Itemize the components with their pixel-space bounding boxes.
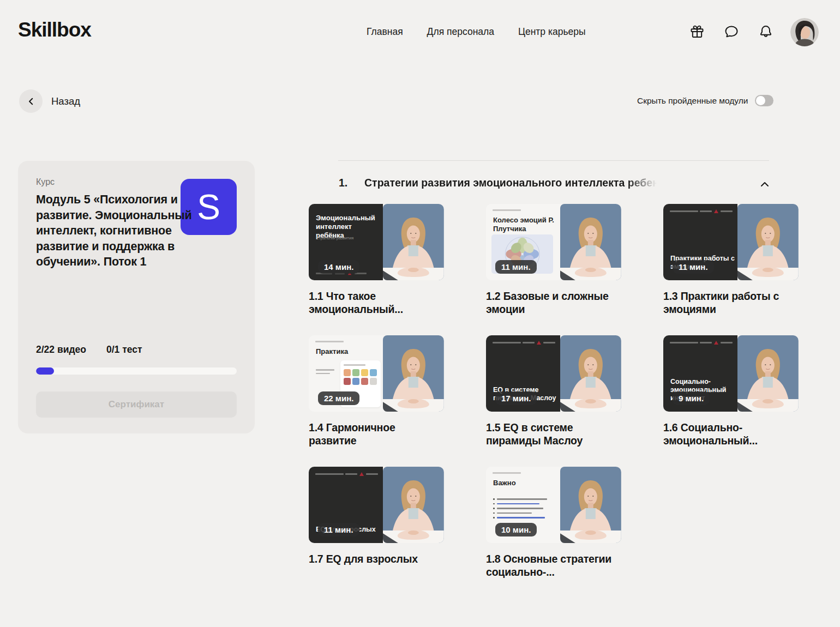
- skillbox-logo[interactable]: Skillbox: [18, 19, 91, 41]
- course-progress-fill: [36, 367, 54, 375]
- duration-label: 14 мин.: [324, 262, 353, 272]
- lesson-title[interactable]: 1.2 Базовые и сложные эмоции: [486, 290, 621, 316]
- presenter-video-preview: [737, 204, 799, 280]
- lesson-card[interactable]: EQ для взрослых: [309, 467, 444, 578]
- lesson-title[interactable]: 1.1 Что такое эмоциональный...: [309, 290, 444, 316]
- duration-label: 11 мин.: [679, 262, 708, 272]
- nav-item-3[interactable]: Центр карьеры: [518, 26, 586, 38]
- videos-progress: 2/22 видео: [36, 344, 86, 355]
- tests-progress: 0/1 тест: [106, 344, 142, 355]
- lesson-thumbnail[interactable]: EQ в системе пирамиды Маслоу: [486, 335, 621, 412]
- lesson-card[interactable]: Колесо эмоций Р. Плутчика: [486, 204, 621, 316]
- chevron-up-icon[interactable]: [758, 178, 771, 191]
- duration-label: 11 мин.: [501, 262, 531, 272]
- duration-badge: 11 мин.: [495, 260, 537, 274]
- back-label[interactable]: Назад: [51, 95, 80, 107]
- duration-label: 17 мин.: [501, 394, 531, 403]
- slide-title: Практика: [316, 347, 380, 356]
- header-icons: [689, 24, 773, 39]
- publisher-logo-icon: [359, 472, 364, 476]
- duration-badge: 9 мин.: [673, 391, 710, 405]
- chat-icon[interactable]: [724, 24, 739, 39]
- publisher-logo-icon: [714, 209, 718, 213]
- presenter-video-preview: [383, 204, 444, 280]
- section-title: Стратегии развития эмоционального интелл…: [364, 177, 657, 189]
- duration-badge: 11 мин.: [318, 523, 359, 536]
- lesson-card[interactable]: Практики работы с эмоциями: [663, 204, 799, 316]
- nav-item-2[interactable]: Для персонала: [427, 26, 494, 38]
- slide-title: Колесо эмоций Р. Плутчика: [493, 216, 557, 233]
- slide-bullet-list: [493, 498, 554, 522]
- lesson-thumbnail[interactable]: Социально-эмоциональный интеллект: [663, 335, 799, 412]
- course-summary-card: Курс S Модуль 5 «Психология и развитие. …: [18, 161, 255, 433]
- slide-subtitle: Стратегии развития: [316, 236, 353, 240]
- lesson-title[interactable]: 1.6 Социально-эмоциональный...: [663, 421, 799, 447]
- lesson-thumbnail[interactable]: Важно: [486, 467, 621, 543]
- presenter-video-preview: [383, 467, 444, 543]
- hide-completed-toggle-group: Скрыть пройденные модули: [637, 95, 773, 106]
- certificate-button[interactable]: Сертификат: [36, 391, 237, 418]
- hide-completed-label: Скрыть пройденные модули: [637, 96, 748, 106]
- lesson-title[interactable]: 1.7 EQ для взрослых: [309, 552, 444, 565]
- lesson-card[interactable]: Практика: [309, 335, 444, 447]
- duration-badge: 17 мин.: [495, 391, 537, 405]
- duration-label: 22 мин.: [324, 394, 353, 403]
- lesson-thumbnail[interactable]: Колесо эмоций Р. Плутчика: [486, 204, 621, 280]
- bell-icon[interactable]: [758, 24, 773, 39]
- course-progress-bar: [36, 367, 237, 375]
- presenter-video-preview: [383, 335, 444, 412]
- publisher-logo-icon: [714, 341, 718, 345]
- main-nav: ГлавнаяДля персоналаЦентр карьеры: [367, 26, 586, 38]
- duration-label: 10 мин.: [501, 525, 531, 534]
- presenter-video-preview: [737, 335, 799, 412]
- hide-completed-switch[interactable]: [755, 95, 773, 106]
- duration-label: 9 мин.: [679, 394, 704, 403]
- presenter-video-preview: [560, 204, 621, 280]
- user-avatar[interactable]: [790, 18, 819, 46]
- slide-title: Важно: [493, 479, 557, 487]
- lesson-title[interactable]: 1.5 EQ в системе пирамиды Маслоу: [486, 421, 621, 447]
- lesson-title[interactable]: 1.4 Гармоничное развитие: [309, 421, 444, 447]
- course-progress-stats: 2/22 видео 0/1 тест: [36, 344, 142, 355]
- publisher-logo-icon: [537, 341, 541, 345]
- lesson-card[interactable]: Социально-эмоциональный интеллект: [663, 335, 799, 447]
- lesson-card[interactable]: Эмоциональный интеллект ребёнка Стратеги…: [309, 204, 444, 316]
- switch-knob: [756, 96, 765, 105]
- presenter-video-preview: [560, 467, 621, 543]
- course-kicker: Курс: [36, 177, 55, 187]
- lesson-title[interactable]: 1.8 Основные стратегии социально-...: [486, 552, 621, 578]
- lesson-thumbnail[interactable]: Эмоциональный интеллект ребёнка Стратеги…: [309, 204, 444, 280]
- nav-item-1[interactable]: Главная: [367, 26, 403, 38]
- lesson-thumbnail[interactable]: Практики работы с эмоциями: [663, 204, 799, 280]
- lesson-title[interactable]: 1.3 Практики работы с эмоциями: [663, 290, 799, 316]
- section-divider: [338, 160, 769, 161]
- duration-badge: 22 мин.: [318, 391, 359, 405]
- lesson-card[interactable]: EQ в системе пирамиды Маслоу: [486, 335, 621, 447]
- duration-badge: 14 мин.: [318, 260, 359, 274]
- duration-label: 11 мин.: [324, 525, 353, 534]
- duration-badge: 11 мин.: [673, 260, 714, 274]
- section-number: 1.: [339, 177, 347, 189]
- gift-icon[interactable]: [689, 24, 705, 39]
- duration-badge: 10 мин.: [495, 523, 537, 536]
- lesson-thumbnail[interactable]: Практика: [309, 335, 444, 412]
- presenter-video-preview: [560, 335, 621, 412]
- lesson-card[interactable]: Важно: [486, 467, 621, 578]
- course-title: Модуль 5 «Психология и развитие. Эмоцион…: [36, 192, 208, 270]
- lesson-thumbnail[interactable]: EQ для взрослых: [309, 467, 444, 543]
- slide-caption-lines: [316, 369, 334, 376]
- back-button[interactable]: [19, 89, 43, 113]
- lessons-grid: Эмоциональный интеллект ребёнка Стратеги…: [309, 204, 799, 578]
